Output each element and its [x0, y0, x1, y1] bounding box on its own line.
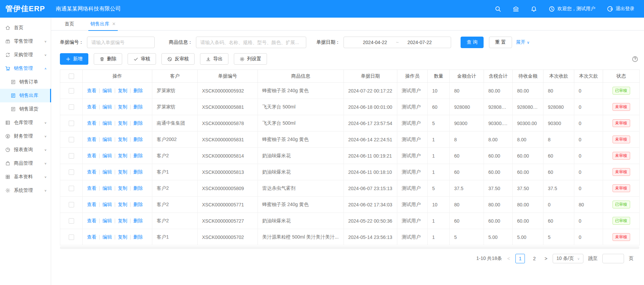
- action-separator: |: [99, 88, 100, 93]
- page-button-1[interactable]: 1: [515, 254, 525, 263]
- row-action-delete[interactable]: 删除: [133, 153, 143, 158]
- horizontal-scrollbar[interactable]: [60, 246, 639, 249]
- prev-page-icon[interactable]: <: [507, 256, 511, 261]
- welcome-user[interactable]: 欢迎您，测试用户: [549, 6, 595, 12]
- row-action-view[interactable]: 查看: [87, 137, 96, 142]
- row-action-view[interactable]: 查看: [87, 202, 96, 207]
- reset-button[interactable]: 重 置: [489, 37, 512, 48]
- bill-no-input[interactable]: [87, 37, 155, 48]
- row-customer: 客户2: [152, 213, 198, 229]
- delete-button[interactable]: 删除: [94, 53, 122, 65]
- row-action-view[interactable]: 查看: [87, 234, 96, 240]
- row-action-copy[interactable]: 复制: [118, 137, 127, 142]
- row-action-edit[interactable]: 编辑: [103, 88, 112, 93]
- row-action-copy[interactable]: 复制: [118, 88, 127, 93]
- row-action-view[interactable]: 查看: [87, 104, 96, 109]
- row-action-delete[interactable]: 删除: [133, 137, 143, 142]
- jump-page-input[interactable]: [602, 254, 624, 263]
- search-icon[interactable]: [495, 6, 501, 12]
- row-action-copy[interactable]: 复制: [118, 169, 127, 175]
- sidebar-item-sales-order[interactable]: 销售订单: [0, 75, 51, 89]
- columns-button[interactable]: 列设置: [234, 53, 267, 65]
- sidebar-item-goods[interactable]: 商品管理∨: [0, 157, 51, 170]
- row-action-delete[interactable]: 删除: [133, 202, 143, 207]
- bank-icon[interactable]: [513, 6, 519, 12]
- row-action-edit[interactable]: 编辑: [103, 120, 112, 126]
- row-owed: 0: [574, 148, 603, 164]
- tab-home[interactable]: 首页: [65, 18, 74, 30]
- row-action-delete[interactable]: 删除: [133, 185, 143, 191]
- date-end[interactable]: 2024-07-22: [407, 40, 432, 45]
- help-icon[interactable]: [632, 56, 640, 62]
- sidebar-item-sales-outbound[interactable]: 销售出库: [0, 89, 51, 102]
- row-checkbox[interactable]: [69, 104, 74, 110]
- row-action-edit[interactable]: 编辑: [103, 202, 112, 207]
- row-action-view[interactable]: 查看: [87, 88, 96, 93]
- row-action-edit[interactable]: 编辑: [103, 218, 112, 223]
- page-button-2[interactable]: 2: [530, 254, 539, 263]
- row-action-view[interactable]: 查看: [87, 169, 96, 175]
- next-page-icon[interactable]: >: [544, 256, 548, 261]
- sidebar-item-system[interactable]: 系统管理∨: [0, 184, 51, 197]
- chevron-down-icon: ∨: [44, 54, 47, 57]
- row-action-view[interactable]: 查看: [87, 185, 96, 191]
- row-checkbox[interactable]: [69, 202, 74, 207]
- date-start[interactable]: 2024-04-22: [363, 40, 387, 45]
- tab-sales-outbound[interactable]: 销售出库 ✕: [90, 18, 116, 30]
- sidebar-item-basic[interactable]: 基本资料∨: [0, 170, 51, 184]
- row-action-copy[interactable]: 复制: [118, 185, 127, 191]
- audit-button[interactable]: 审核: [128, 53, 156, 65]
- bell-icon[interactable]: [531, 6, 537, 12]
- row-checkbox[interactable]: [69, 88, 74, 94]
- sidebar-item-finance[interactable]: 财务管理∨: [0, 129, 51, 143]
- row-action-delete[interactable]: 删除: [133, 120, 143, 126]
- row-action-delete[interactable]: 删除: [133, 218, 143, 223]
- expand-link[interactable]: 展开 ∨: [516, 39, 530, 45]
- add-button[interactable]: 新增: [60, 53, 88, 65]
- row-status-cell: 已审核: [603, 197, 640, 213]
- unaudit-button[interactable]: 反审核: [161, 53, 195, 65]
- product-info-input[interactable]: [196, 37, 306, 48]
- row-checkbox[interactable]: [69, 169, 74, 175]
- sidebar-item-retail[interactable]: 零售管理∨: [0, 35, 51, 48]
- row-action-copy[interactable]: 复制: [118, 218, 127, 223]
- row-action-delete[interactable]: 删除: [133, 169, 143, 175]
- page-size-select[interactable]: 10 条/页 ∨: [553, 254, 583, 263]
- row-checkbox[interactable]: [69, 137, 74, 142]
- select-all-checkbox[interactable]: [69, 74, 74, 79]
- row-action-copy[interactable]: 复制: [118, 153, 127, 158]
- close-icon[interactable]: ✕: [112, 21, 116, 26]
- row-action-edit[interactable]: 编辑: [103, 137, 112, 142]
- row-action-copy[interactable]: 复制: [118, 120, 127, 126]
- row-action-delete[interactable]: 删除: [133, 234, 143, 240]
- export-button[interactable]: 导出: [200, 53, 228, 65]
- logout-button[interactable]: 退出登录: [607, 6, 635, 12]
- sidebar-item-home[interactable]: 首页: [0, 21, 51, 35]
- row-action-delete[interactable]: 删除: [133, 88, 143, 93]
- row-action-copy[interactable]: 复制: [118, 202, 127, 207]
- row-checkbox[interactable]: [69, 218, 74, 224]
- row-action-edit[interactable]: 编辑: [103, 104, 112, 109]
- row-action-edit[interactable]: 编辑: [103, 169, 112, 175]
- row-checkbox[interactable]: [69, 121, 74, 126]
- row-action-edit[interactable]: 编辑: [103, 153, 112, 158]
- sidebar-item-sales-return[interactable]: 销售退货: [0, 102, 51, 116]
- row-date: 2024-06-02 17:34:03: [344, 197, 397, 213]
- row-checkbox[interactable]: [69, 235, 74, 240]
- row-action-view[interactable]: 查看: [87, 218, 96, 223]
- date-range-picker[interactable]: 2024-04-22 ~ 2024-07-22: [343, 37, 451, 48]
- row-action-view[interactable]: 查看: [87, 120, 96, 126]
- search-button[interactable]: 查 询: [461, 37, 484, 48]
- sidebar-item-sales[interactable]: 销售管理∧: [0, 62, 51, 75]
- sidebar-item-purchase[interactable]: 采购管理∨: [0, 48, 51, 62]
- row-action-view[interactable]: 查看: [87, 153, 96, 158]
- row-action-copy[interactable]: 复制: [118, 104, 127, 109]
- row-action-edit[interactable]: 编辑: [103, 185, 112, 191]
- sidebar-item-warehouse[interactable]: 仓库管理∨: [0, 116, 51, 129]
- row-action-delete[interactable]: 删除: [133, 104, 143, 109]
- sidebar-item-report[interactable]: 报表查询∨: [0, 143, 51, 157]
- row-checkbox[interactable]: [69, 153, 74, 159]
- row-action-copy[interactable]: 复制: [118, 234, 127, 240]
- row-action-edit[interactable]: 编辑: [103, 234, 112, 240]
- row-checkbox[interactable]: [69, 186, 74, 191]
